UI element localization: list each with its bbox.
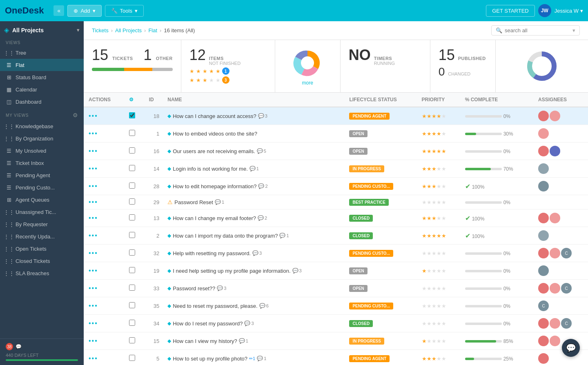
search-input[interactable] bbox=[505, 27, 570, 33]
search-box: 🔍 ▾ bbox=[491, 25, 580, 36]
add-button[interactable]: ⊕ Add ▾ bbox=[67, 5, 101, 17]
sidebar-item-tree[interactable]: ⋮⋮ Tree bbox=[0, 47, 84, 59]
sidebar-item-status-board[interactable]: ⊞ Status Board bbox=[0, 71, 84, 83]
action-dots[interactable]: ••• bbox=[89, 165, 98, 172]
sidebar-label-status-board: Status Board bbox=[16, 74, 46, 80]
cell-progress: 70% bbox=[460, 160, 533, 178]
svg-point-1 bbox=[301, 56, 314, 69]
sidebar-project-chevron[interactable]: ▾ bbox=[77, 27, 80, 33]
breadcrumb-flat[interactable]: Flat bbox=[148, 27, 157, 33]
priority-stars: ★★★★★ bbox=[422, 320, 446, 327]
changed-count: 0 bbox=[439, 65, 445, 78]
row-checkbox[interactable] bbox=[129, 337, 135, 343]
action-dots[interactable]: ••• bbox=[89, 214, 98, 221]
cell-assignees: C bbox=[533, 315, 588, 332]
cell-name: ◆ How do I reset my password? 💬3 bbox=[163, 315, 344, 332]
comment-icon: 💬 bbox=[252, 250, 258, 256]
row-checkbox[interactable] bbox=[129, 232, 135, 238]
tools-button[interactable]: 🔧 Tools ▾ bbox=[105, 5, 144, 17]
row-checkbox[interactable] bbox=[129, 198, 135, 205]
action-dots[interactable]: ••• bbox=[89, 267, 98, 274]
myviews-settings-icon[interactable]: ⚙ bbox=[73, 112, 78, 118]
comment-icon: 💬 bbox=[279, 233, 285, 238]
add-chevron-icon: ▾ bbox=[93, 8, 96, 14]
action-dots[interactable]: ••• bbox=[89, 182, 98, 189]
sidebar-item-sla[interactable]: ⋮⋮ SLA Breaches bbox=[0, 267, 84, 279]
row-checkbox[interactable] bbox=[129, 165, 135, 171]
row-checkbox[interactable] bbox=[129, 182, 135, 189]
cell-actions: ••• bbox=[84, 262, 124, 280]
cell-id: 33 bbox=[144, 280, 163, 297]
col-settings[interactable]: ⚙ bbox=[124, 93, 144, 107]
row-checkbox[interactable] bbox=[129, 112, 135, 118]
collapse-button[interactable]: « bbox=[53, 5, 64, 16]
more-link[interactable]: more bbox=[302, 80, 313, 86]
comment-badge: 💬3 bbox=[292, 268, 302, 274]
row-checkbox[interactable] bbox=[129, 130, 135, 136]
sidebar-item-my-unsolved[interactable]: ☰ My Unsolved bbox=[0, 145, 84, 157]
sidebar-item-calendar[interactable]: ▦ Calendar bbox=[0, 83, 84, 96]
sidebar-item-by-org[interactable]: ⋮⋮ By Organization bbox=[0, 132, 84, 145]
cell-progress: 0% bbox=[460, 245, 533, 262]
row-checkbox[interactable] bbox=[129, 320, 135, 326]
assignee-list: C bbox=[538, 248, 583, 258]
table-container: Actions ⚙ Id Name Lifecycle Status Prior… bbox=[84, 93, 588, 365]
breadcrumb-tickets[interactable]: Tickets bbox=[92, 27, 109, 33]
table-row: ••• 2 ◆ How can I import my data onto th… bbox=[84, 227, 588, 245]
action-dots[interactable]: ••• bbox=[89, 355, 98, 362]
ticket-diamond-icon: ◆ bbox=[167, 320, 171, 326]
row-checkbox[interactable] bbox=[129, 267, 135, 273]
action-dots[interactable]: ••• bbox=[89, 147, 98, 154]
comment-badge: 💬3 bbox=[258, 113, 267, 119]
bar-grey bbox=[152, 68, 172, 71]
chat-button[interactable]: 💬 bbox=[562, 339, 580, 357]
cell-checkbox bbox=[124, 350, 144, 365]
action-dots[interactable]: ••• bbox=[89, 198, 98, 205]
items-count: 12 bbox=[189, 47, 206, 64]
row-checkbox[interactable] bbox=[129, 302, 135, 308]
user-name[interactable]: Jessica W ▾ bbox=[555, 8, 583, 14]
cell-priority: ★★★★★ bbox=[417, 297, 460, 315]
action-dots[interactable]: ••• bbox=[89, 320, 98, 327]
sidebar-item-pending-agent[interactable]: ☰ Pending Agent bbox=[0, 169, 84, 181]
sidebar-item-agent-queues[interactable]: ⊞ Agent Queues bbox=[0, 194, 84, 206]
search-chevron-icon[interactable]: ▾ bbox=[572, 27, 575, 33]
row-checkbox[interactable] bbox=[129, 249, 135, 256]
action-dots[interactable]: ••• bbox=[89, 285, 98, 292]
get-started-button[interactable]: GET STARTED bbox=[486, 5, 535, 17]
cell-id: 1 bbox=[144, 125, 163, 142]
row-checkbox[interactable] bbox=[129, 147, 135, 154]
cell-id: 19 bbox=[144, 262, 163, 280]
sidebar-item-flat[interactable]: ☰ Flat bbox=[0, 59, 84, 71]
comment-icon: 💬 bbox=[258, 215, 264, 221]
breadcrumb-all-projects[interactable]: All Projects bbox=[115, 27, 142, 33]
row-checkbox[interactable] bbox=[129, 355, 135, 361]
action-dots[interactable]: ••• bbox=[89, 302, 98, 309]
sidebar-item-recently-updated[interactable]: ⋮⋮ Recently Upda... bbox=[0, 230, 84, 243]
stat-tickets: 15 TICKETS 1 OTHER bbox=[84, 40, 181, 92]
cell-id: 32 bbox=[144, 245, 163, 262]
action-dots[interactable]: ••• bbox=[89, 130, 98, 137]
sidebar-item-dashboard[interactable]: ◫ Dashboard bbox=[0, 96, 84, 108]
ticket-name: ⚠ Password Reset 💬1 bbox=[167, 199, 339, 205]
action-dots[interactable]: ••• bbox=[89, 232, 98, 239]
sidebar-item-unassigned[interactable]: ⋮⋮ Unassigned Tic... bbox=[0, 206, 84, 218]
cell-progress: 30% bbox=[460, 125, 533, 142]
action-dots[interactable]: ••• bbox=[89, 249, 98, 256]
sidebar-item-pending-cust[interactable]: ☰ Pending Custo... bbox=[0, 181, 84, 194]
avatar: C bbox=[561, 248, 572, 258]
sidebar-item-by-requester[interactable]: ⋮⋮ By Requester bbox=[0, 218, 84, 230]
ticket-diamond-icon: ◆ bbox=[167, 250, 171, 256]
sidebar-item-knowledgebase[interactable]: ⋮⋮ Knowledgebase bbox=[0, 120, 84, 132]
sidebar-item-open-tickets[interactable]: ⋮⋮ Open Tickets bbox=[0, 243, 84, 255]
cell-progress: ✔100% bbox=[460, 227, 533, 245]
row-checkbox[interactable] bbox=[129, 285, 135, 291]
cell-progress: 0% bbox=[460, 315, 533, 332]
bar-orange bbox=[124, 68, 152, 71]
sidebar-item-ticket-inbox[interactable]: ☰ Ticket Inbox bbox=[0, 157, 84, 169]
sidebar-item-closed-tickets[interactable]: ⋮⋮ Closed Tickets bbox=[0, 255, 84, 267]
row-checkbox[interactable] bbox=[129, 214, 135, 220]
notif-badge[interactable]: 38 bbox=[6, 343, 13, 350]
action-dots[interactable]: ••• bbox=[89, 337, 98, 344]
action-dots[interactable]: ••• bbox=[89, 112, 98, 119]
